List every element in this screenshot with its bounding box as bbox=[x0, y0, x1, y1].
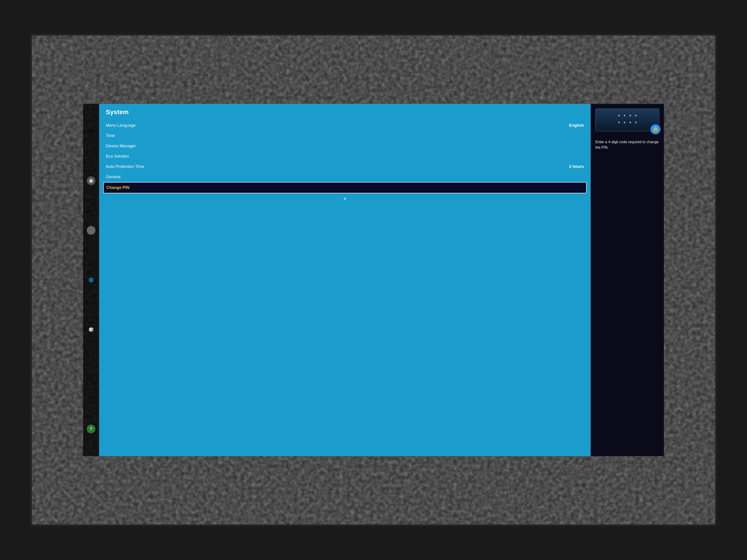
sidebar-icon-camera[interactable]: ⬤ bbox=[87, 177, 96, 185]
ui-overlay: 🖼 ⬤ 🎵 🌐 🎲 ⚙ ? bbox=[83, 104, 664, 456]
pin-description: Enter a 4-digit code required to change … bbox=[595, 139, 659, 150]
tv-screen: 🖼 ⬤ 🎵 🌐 🎲 ⚙ ? bbox=[32, 35, 715, 525]
system-menu: System Menu Language English Time Device… bbox=[99, 104, 591, 456]
sidebar-icon-settings[interactable]: ⚙ bbox=[87, 375, 96, 383]
pin-row-2: * * * * bbox=[618, 121, 637, 126]
pin-dot-7: * bbox=[629, 121, 631, 126]
pin-dot-4: * bbox=[635, 114, 637, 119]
pin-dot-8: * bbox=[635, 121, 637, 126]
sidebar-icon-help[interactable]: ? bbox=[87, 425, 96, 433]
menu-item-menu-language[interactable]: Menu Language English bbox=[106, 120, 584, 131]
pin-dot-2: * bbox=[624, 114, 626, 119]
menu-item-device-manager[interactable]: Device Manager bbox=[106, 141, 584, 151]
device-manager-label: Device Manager bbox=[106, 144, 136, 149]
menu-item-general[interactable]: General bbox=[106, 172, 584, 182]
app-icon: 🎲 bbox=[88, 327, 94, 332]
tv-brand: SAMSUNG bbox=[365, 521, 382, 524]
globe-icon: 🌐 bbox=[88, 277, 94, 283]
menu-language-label: Menu Language bbox=[106, 123, 136, 128]
scroll-down-indicator: ∨ bbox=[106, 195, 584, 201]
photo-icon: 🖼 bbox=[89, 129, 93, 133]
eco-solution-label: Eco Solution bbox=[106, 154, 129, 159]
pin-dot-3: * bbox=[629, 114, 631, 119]
sidebar-icon-audio[interactable]: 🎵 bbox=[87, 226, 96, 235]
pin-dot-6: * bbox=[624, 121, 626, 126]
menu-language-value: English bbox=[569, 123, 584, 128]
lock-symbol: 🔒 bbox=[652, 126, 659, 132]
pin-row-1: * * * * bbox=[618, 114, 637, 119]
help-icon: ? bbox=[90, 427, 92, 431]
tv-frame: 🖼 ⬤ 🎵 🌐 🎲 ⚙ ? bbox=[30, 34, 717, 526]
sidebar-icon-apps[interactable]: 🎲 bbox=[87, 325, 96, 334]
time-label: Time bbox=[106, 133, 115, 138]
general-label: General bbox=[106, 175, 121, 179]
sidebar: 🖼 ⬤ 🎵 🌐 🎲 ⚙ ? bbox=[83, 104, 99, 456]
pin-dot-5: * bbox=[618, 121, 620, 126]
pin-dot-1: * bbox=[618, 114, 620, 119]
sidebar-icon-photo[interactable]: 🖼 bbox=[87, 127, 96, 135]
menu-title: System bbox=[106, 108, 584, 116]
lock-icon: 🔒 bbox=[650, 124, 661, 135]
sidebar-icon-internet[interactable]: 🌐 bbox=[87, 276, 96, 284]
change-pin-label: Change PIN bbox=[106, 185, 130, 190]
menu-item-eco-solution[interactable]: Eco Solution bbox=[106, 151, 584, 161]
pin-display-box: * * * * * * * * 🔒 bbox=[595, 108, 659, 131]
auto-protection-label: Auto Protection Time bbox=[106, 164, 144, 169]
audio-icon: 🎵 bbox=[89, 229, 93, 232]
menu-item-auto-protection[interactable]: Auto Protection Time 2 hours bbox=[106, 161, 584, 172]
menu-item-time[interactable]: Time bbox=[106, 131, 584, 141]
auto-protection-value: 2 hours bbox=[569, 164, 584, 169]
menu-item-change-pin[interactable]: Change PIN bbox=[103, 182, 587, 193]
settings-icon: ⚙ bbox=[89, 377, 93, 382]
camera-icon: ⬤ bbox=[89, 179, 93, 183]
right-panel: * * * * * * * * 🔒 Enter a 4-di bbox=[591, 104, 664, 456]
